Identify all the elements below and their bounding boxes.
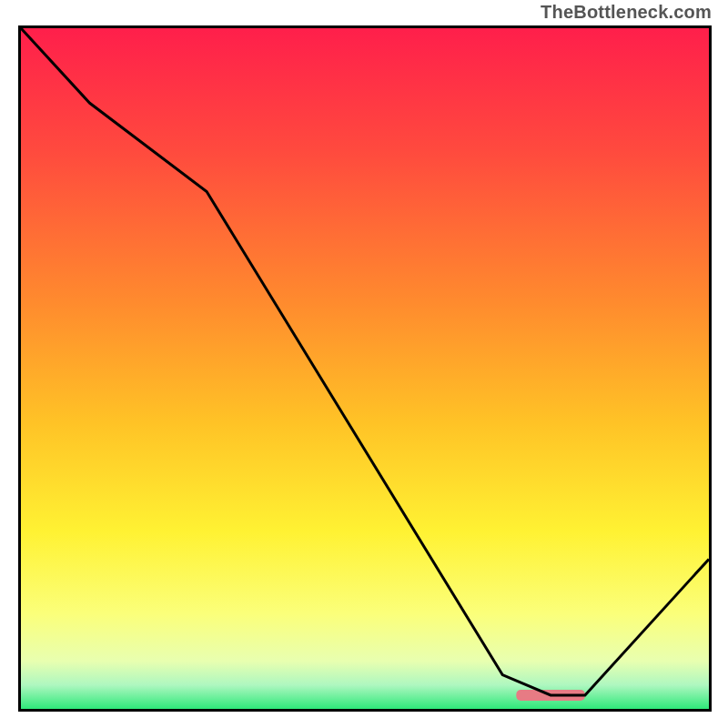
chart-plot-area [18,25,712,712]
watermark-text: TheBottleneck.com [541,2,712,23]
chart-svg [21,28,709,709]
